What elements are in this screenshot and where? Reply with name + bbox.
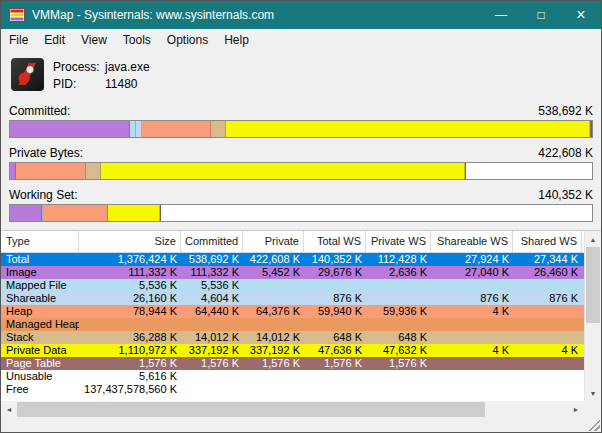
menu-item-file[interactable]: File — [1, 29, 36, 51]
bar-segment-image — [10, 121, 130, 137]
table-cell: 337,192 K — [243, 344, 304, 357]
table-cell: 1,576 K — [366, 357, 431, 370]
titlebar[interactable]: VMMap - Sysinternals: www.sysinternals.c… — [1, 1, 601, 29]
bottom-strip — [1, 418, 601, 432]
table-cell: 59,940 K — [304, 305, 366, 318]
table-cell — [366, 292, 431, 305]
maximize-button[interactable]: □ — [521, 1, 561, 29]
resize-grip-icon[interactable] — [587, 418, 600, 431]
table-cell: Managed Heap — [1, 318, 79, 331]
vertical-scroll-thumb[interactable] — [586, 247, 600, 323]
horizontal-scroll-track[interactable] — [17, 401, 568, 418]
table-cell — [366, 279, 431, 292]
table-cell: 4 K — [431, 305, 513, 318]
table-cell — [513, 383, 582, 396]
table-cell: 78,944 K — [79, 305, 181, 318]
scrollbar-corner — [584, 401, 601, 418]
horizontal-scrollbar[interactable]: ◄ ► — [1, 401, 584, 418]
process-icon — [11, 58, 44, 91]
table-cell — [243, 318, 304, 331]
scroll-up-icon[interactable]: ▲ — [585, 231, 601, 247]
process-icon-art — [17, 63, 37, 85]
table-cell: Private Data — [1, 344, 79, 357]
table-cell: 59,936 K — [366, 305, 431, 318]
table-row-shareable[interactable]: Shareable26,160 K4,604 K876 K876 K876 K — [1, 292, 584, 305]
menu-item-options[interactable]: Options — [159, 29, 216, 51]
table-row-free[interactable]: Free137,437,578,560 K — [1, 383, 584, 396]
table-cell: 112,428 K — [366, 253, 431, 266]
table-cell: Shareable — [1, 292, 79, 305]
table-cell: 29,676 K — [304, 266, 366, 279]
table-cell — [243, 383, 304, 396]
table-cell: 648 K — [366, 331, 431, 344]
table-cell — [304, 279, 366, 292]
column-header-shareable-ws[interactable]: Shareable WS — [431, 231, 513, 252]
column-header-private-ws[interactable]: Private WS — [366, 231, 431, 252]
scroll-down-icon[interactable]: ▼ — [585, 385, 601, 401]
bar-section-private-bytes: Private Bytes:422,608 K — [9, 144, 593, 180]
table-cell: 876 K — [513, 292, 582, 305]
table-cell: 5,452 K — [243, 266, 304, 279]
vertical-scroll-track[interactable] — [585, 247, 601, 385]
table-cell — [513, 370, 582, 383]
scroll-left-icon[interactable]: ◄ — [1, 401, 17, 418]
vertical-scrollbar[interactable]: ▲ ▼ — [584, 231, 601, 401]
table-row-page-table[interactable]: Page Table1,576 K1,576 K1,576 K1,576 K1,… — [1, 357, 584, 370]
menu-item-help[interactable]: Help — [216, 29, 257, 51]
close-button[interactable]: × — [561, 1, 601, 29]
table-cell: 26,460 K — [513, 266, 582, 279]
horizontal-scrollbar-row: ◄ ► — [1, 401, 601, 418]
table-cell — [243, 279, 304, 292]
bar-value: 140,352 K — [538, 188, 593, 202]
table-cell — [243, 370, 304, 383]
table-cell: 876 K — [304, 292, 366, 305]
menu-item-view[interactable]: View — [73, 29, 115, 51]
table-cell: Unusable — [1, 370, 79, 383]
table-row-unusable[interactable]: Unusable5,616 K — [1, 370, 584, 383]
table-row-total[interactable]: Total1,376,424 K538,692 K422,608 K140,35… — [1, 253, 584, 266]
bar-section-committed: Committed:538,692 K — [9, 102, 593, 138]
table-row-image[interactable]: Image111,332 K111,332 K5,452 K29,676 K2,… — [1, 266, 584, 279]
table-cell — [431, 370, 513, 383]
table-cell: 422,608 K — [243, 253, 304, 266]
table-row-stack[interactable]: Stack36,288 K14,012 K14,012 K648 K648 K — [1, 331, 584, 344]
scroll-right-icon[interactable]: ► — [568, 401, 584, 418]
table-cell: 14,012 K — [181, 331, 243, 344]
window-title: VMMap - Sysinternals: www.sysinternals.c… — [32, 8, 481, 22]
column-header-size[interactable]: Size — [79, 231, 181, 252]
column-header-private[interactable]: Private — [243, 231, 304, 252]
menu-item-edit[interactable]: Edit — [36, 29, 73, 51]
column-header-total-ws[interactable]: Total WS — [304, 231, 366, 252]
bar-segment-page-table — [465, 163, 467, 179]
column-header-type[interactable]: Type — [1, 231, 79, 252]
table-cell: 2,636 K — [366, 266, 431, 279]
horizontal-scroll-thumb[interactable] — [17, 402, 485, 417]
menubar: FileEditViewToolsOptionsHelp — [1, 29, 601, 51]
table-row-heap[interactable]: Heap78,944 K64,440 K64,376 K59,940 K59,9… — [1, 305, 584, 318]
table-cell — [304, 383, 366, 396]
column-header-committed[interactable]: Committed — [181, 231, 243, 252]
table-cell — [513, 331, 582, 344]
bar-segment-heap — [142, 121, 212, 137]
bar-label: Private Bytes: — [9, 146, 83, 160]
table-row-mapped-file[interactable]: Mapped File5,536 K5,536 K — [1, 279, 584, 292]
table-cell: Total — [1, 253, 79, 266]
table-cell: 137,437,578,560 K — [79, 383, 181, 396]
table-cell: 337,192 K — [181, 344, 243, 357]
table-row-managed-heap[interactable]: Managed Heap — [1, 318, 584, 331]
table-cell — [181, 318, 243, 331]
table-cell — [366, 318, 431, 331]
table-header-row: TypeSizeCommittedPrivateTotal WSPrivate … — [1, 231, 584, 253]
window-controls: — □ × — [481, 1, 601, 29]
minimize-button[interactable]: — — [481, 1, 521, 29]
column-header-shared-ws[interactable]: Shared WS — [513, 231, 582, 252]
table-cell — [304, 318, 366, 331]
bar-label: Committed: — [9, 104, 70, 118]
bar-track-working-set — [9, 204, 593, 222]
bar-segment-private-data — [226, 121, 590, 137]
table-cell — [79, 318, 181, 331]
table-row-private-data[interactable]: Private Data1,110,972 K337,192 K337,192 … — [1, 344, 584, 357]
menu-item-tools[interactable]: Tools — [115, 29, 159, 51]
table-cell: Image — [1, 266, 79, 279]
table-cell: 111,332 K — [79, 266, 181, 279]
